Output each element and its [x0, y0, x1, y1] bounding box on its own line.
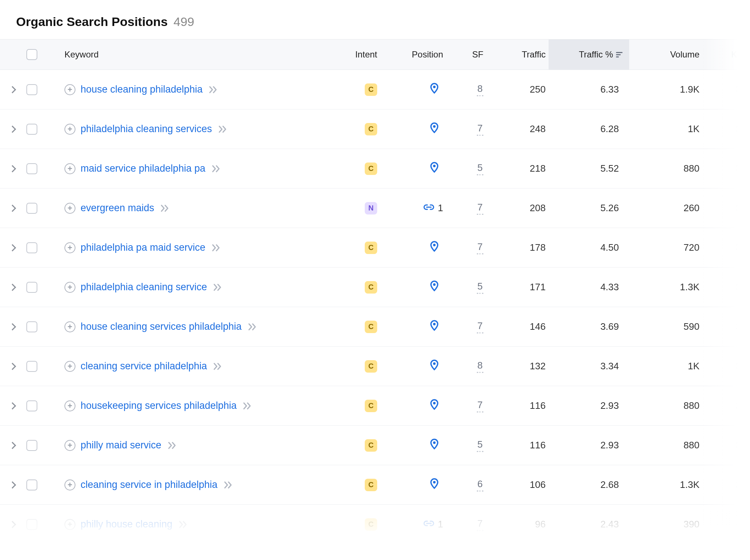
expand-cell[interactable]	[0, 443, 25, 448]
intent-badge[interactable]: N	[365, 202, 377, 214]
open-serp-icon[interactable]	[212, 244, 221, 251]
sitelink-icon[interactable]	[423, 519, 434, 530]
chevron-right-icon[interactable]	[9, 481, 16, 489]
chevron-right-icon[interactable]	[9, 165, 16, 172]
intent-badge[interactable]: C	[365, 321, 377, 333]
chevron-right-icon[interactable]	[9, 205, 16, 212]
keyword-link[interactable]: philadelphia pa maid service	[81, 242, 205, 253]
row-checkbox[interactable]	[26, 124, 37, 135]
expand-cell[interactable]	[0, 522, 25, 527]
sitelink-icon[interactable]	[423, 202, 434, 214]
sf-value[interactable]: 7	[477, 320, 483, 333]
open-serp-icon[interactable]	[209, 86, 218, 93]
expand-cell[interactable]	[0, 403, 25, 408]
expand-cell[interactable]	[0, 364, 25, 369]
col-select-all[interactable]	[25, 49, 62, 60]
chevron-right-icon[interactable]	[9, 126, 16, 133]
keyword-link[interactable]: housekeeping services philadelphia	[81, 400, 237, 411]
chevron-right-icon[interactable]	[9, 402, 16, 410]
open-serp-icon[interactable]	[214, 363, 222, 370]
keyword-link[interactable]: evergreen maids	[81, 202, 154, 214]
select-cell[interactable]	[25, 400, 62, 411]
add-keyword-icon[interactable]: +	[64, 440, 75, 451]
select-cell[interactable]	[25, 479, 62, 490]
col-sf[interactable]: SF	[446, 49, 486, 60]
col-position[interactable]: Position	[380, 49, 446, 60]
sf-value[interactable]: 6	[477, 478, 483, 492]
row-checkbox[interactable]	[26, 400, 37, 411]
open-serp-icon[interactable]	[212, 165, 221, 172]
map-pin-icon[interactable]	[429, 320, 439, 333]
select-cell[interactable]	[25, 440, 62, 451]
add-keyword-icon[interactable]: +	[64, 282, 75, 293]
select-cell[interactable]	[25, 124, 62, 135]
sf-value[interactable]: 8	[477, 83, 483, 96]
col-traffic[interactable]: Traffic	[486, 49, 549, 60]
add-keyword-icon[interactable]: +	[64, 84, 75, 95]
select-all-checkbox[interactable]	[26, 49, 37, 60]
sf-value[interactable]: 5	[477, 162, 483, 175]
keyword-link[interactable]: house cleaning services philadelphia	[81, 321, 242, 332]
intent-badge[interactable]: C	[365, 518, 377, 531]
open-serp-icon[interactable]	[219, 126, 227, 133]
add-keyword-icon[interactable]: +	[64, 519, 75, 530]
open-serp-icon[interactable]	[224, 481, 233, 489]
intent-badge[interactable]: C	[365, 281, 377, 294]
row-checkbox[interactable]	[26, 479, 37, 490]
map-pin-icon[interactable]	[429, 359, 439, 373]
expand-cell[interactable]	[0, 127, 25, 132]
map-pin-icon[interactable]	[429, 241, 439, 254]
add-keyword-icon[interactable]: +	[64, 242, 75, 253]
select-cell[interactable]	[25, 84, 62, 95]
intent-badge[interactable]: C	[365, 242, 377, 254]
sf-value[interactable]: 7	[477, 123, 483, 136]
keyword-link[interactable]: cleaning service in philadelphia	[81, 479, 218, 490]
row-checkbox[interactable]	[26, 203, 37, 214]
row-checkbox[interactable]	[26, 242, 37, 253]
chevron-right-icon[interactable]	[9, 521, 16, 528]
row-checkbox[interactable]	[26, 163, 37, 174]
intent-badge[interactable]: C	[365, 123, 377, 135]
add-keyword-icon[interactable]: +	[64, 321, 75, 332]
sf-value[interactable]: 7	[477, 202, 483, 215]
map-pin-icon[interactable]	[429, 83, 439, 96]
sf-value[interactable]: 8	[477, 360, 483, 373]
expand-cell[interactable]	[0, 324, 25, 329]
keyword-link[interactable]: philadelphia cleaning service	[81, 281, 207, 293]
select-cell[interactable]	[25, 321, 62, 332]
select-cell[interactable]	[25, 519, 62, 530]
open-serp-icon[interactable]	[168, 442, 177, 449]
chevron-right-icon[interactable]	[9, 442, 16, 449]
map-pin-icon[interactable]	[429, 122, 439, 136]
keyword-link[interactable]: maid service philadelphia pa	[81, 163, 205, 174]
row-checkbox[interactable]	[26, 519, 37, 530]
add-keyword-icon[interactable]: +	[64, 203, 75, 214]
row-checkbox[interactable]	[26, 282, 37, 293]
row-checkbox[interactable]	[26, 440, 37, 451]
keyword-link[interactable]: philadelphia cleaning services	[81, 123, 212, 135]
expand-cell[interactable]	[0, 166, 25, 171]
row-checkbox[interactable]	[26, 321, 37, 332]
select-cell[interactable]	[25, 203, 62, 214]
sf-value[interactable]: 7	[477, 241, 483, 254]
map-pin-icon[interactable]	[429, 399, 439, 412]
sf-value[interactable]: 7	[477, 399, 483, 412]
col-volume[interactable]: Volume	[629, 49, 702, 60]
intent-badge[interactable]: C	[365, 400, 377, 412]
col-keyword[interactable]: Keyword	[62, 49, 333, 60]
intent-badge[interactable]: C	[365, 163, 377, 175]
add-keyword-icon[interactable]: +	[64, 400, 75, 411]
map-pin-icon[interactable]	[429, 280, 439, 294]
row-checkbox[interactable]	[26, 84, 37, 95]
open-serp-icon[interactable]	[243, 402, 252, 410]
col-intent[interactable]: Intent	[333, 49, 380, 60]
intent-badge[interactable]: C	[365, 83, 377, 96]
keyword-link[interactable]: philly house cleaning	[81, 519, 172, 530]
expand-cell[interactable]	[0, 206, 25, 211]
open-serp-icon[interactable]	[179, 521, 188, 528]
open-serp-icon[interactable]	[214, 284, 222, 291]
keyword-link[interactable]: house cleaning philadelphia	[81, 84, 203, 95]
intent-badge[interactable]: C	[365, 360, 377, 373]
intent-badge[interactable]: C	[365, 439, 377, 452]
add-keyword-icon[interactable]: +	[64, 361, 75, 372]
